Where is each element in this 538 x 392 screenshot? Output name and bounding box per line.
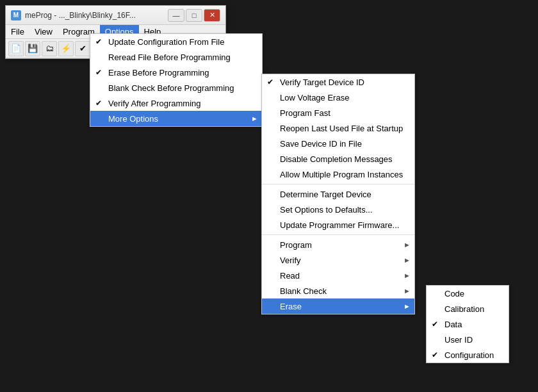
menu-item-verify-after[interactable]: ✔ Verify After Programming bbox=[90, 95, 262, 111]
title-controls: — □ ✕ bbox=[168, 9, 220, 22]
checkmark-data: ✔ bbox=[432, 320, 438, 329]
separator-2 bbox=[262, 234, 414, 235]
maximize-button[interactable]: □ bbox=[186, 9, 202, 22]
menu-item-configuration[interactable]: ✔ Configuration bbox=[427, 347, 509, 363]
menu-item-reread-file[interactable]: Reread File Before Programming bbox=[90, 49, 262, 65]
toolbar-program-button[interactable]: ⚡ bbox=[58, 41, 74, 56]
more-options-submenu: ✔ Verify Target Device ID Low Voltage Er… bbox=[261, 74, 415, 314]
toolbar-verify-button[interactable]: ✔ bbox=[75, 41, 90, 56]
menu-item-erase-sub[interactable]: Erase ► bbox=[262, 298, 414, 314]
toolbar-new-button[interactable]: 📄 bbox=[8, 41, 24, 56]
menu-item-user-id[interactable]: User ID bbox=[427, 332, 509, 347]
window-title: meProg - ..._Blinky\Blinky_16F... bbox=[25, 11, 136, 20]
menu-item-verify-sub[interactable]: Verify ► bbox=[262, 252, 414, 268]
menu-item-program-sub[interactable]: Program ► bbox=[262, 237, 414, 252]
title-bar: M meProg - ..._Blinky\Blinky_16F... — □ … bbox=[6, 6, 225, 25]
menu-item-disable-completion[interactable]: Disable Completion Messages bbox=[262, 151, 414, 167]
menu-view[interactable]: View bbox=[29, 25, 58, 38]
menu-item-determine-target[interactable]: Determine Target Device bbox=[262, 186, 414, 202]
submenu-arrow-blank-check: ► bbox=[403, 287, 411, 295]
menu-item-blank-check[interactable]: Blank Check Before Programming bbox=[90, 80, 262, 95]
menu-item-low-voltage[interactable]: Low Voltage Erase bbox=[262, 90, 414, 105]
checkmark-update-config: ✔ bbox=[95, 37, 102, 46]
app-icon: M bbox=[11, 10, 21, 20]
submenu-arrow-erase: ► bbox=[403, 302, 411, 310]
menu-item-update-firmware[interactable]: Update Programmer Firmware... bbox=[262, 217, 414, 233]
toolbar-open-button[interactable]: 🗂 bbox=[42, 41, 57, 56]
close-button[interactable]: ✕ bbox=[204, 9, 220, 22]
checkmark-verify-after: ✔ bbox=[95, 99, 102, 108]
menu-item-code[interactable]: Code bbox=[427, 286, 509, 301]
menu-item-allow-multiple[interactable]: Allow Multiple Program Instances bbox=[262, 167, 414, 182]
menu-item-update-config[interactable]: ✔ Update Configuration From File bbox=[90, 34, 262, 49]
menu-item-program-fast[interactable]: Program Fast bbox=[262, 105, 414, 120]
menu-item-save-device-id[interactable]: Save Device ID in File bbox=[262, 136, 414, 151]
checkmark-erase-before: ✔ bbox=[95, 68, 102, 77]
menu-item-data[interactable]: ✔ Data bbox=[427, 316, 509, 332]
minimize-button[interactable]: — bbox=[168, 9, 184, 22]
submenu-arrow-verify: ► bbox=[403, 256, 411, 264]
erase-submenu: Code Calibration ✔ Data User ID ✔ Config… bbox=[426, 285, 509, 363]
submenu-arrow-more-options: ► bbox=[251, 115, 258, 122]
menu-item-read-sub[interactable]: Read ► bbox=[262, 268, 414, 283]
menu-item-more-options[interactable]: More Options ► bbox=[90, 111, 262, 126]
menu-file[interactable]: File bbox=[6, 25, 29, 38]
menu-item-reopen-last[interactable]: Reopen Last Used File at Startup bbox=[262, 120, 414, 136]
submenu-arrow-program: ► bbox=[403, 241, 411, 249]
toolbar-save-button[interactable]: 💾 bbox=[25, 41, 40, 56]
checkmark-configuration: ✔ bbox=[432, 350, 438, 359]
options-dropdown: ✔ Update Configuration From File Reread … bbox=[90, 33, 263, 127]
checkmark-verify-target: ✔ bbox=[267, 78, 273, 86]
title-bar-left: M meProg - ..._Blinky\Blinky_16F... bbox=[11, 10, 136, 20]
separator-1 bbox=[262, 184, 414, 184]
submenu-arrow-read: ► bbox=[403, 272, 411, 279]
menu-item-calibration[interactable]: Calibration bbox=[427, 301, 509, 316]
menu-item-set-options[interactable]: Set Options to Defaults... bbox=[262, 202, 414, 217]
menu-item-verify-target[interactable]: ✔ Verify Target Device ID bbox=[262, 74, 414, 90]
menu-item-blank-check-sub[interactable]: Blank Check ► bbox=[262, 283, 414, 298]
menu-item-erase-before[interactable]: ✔ Erase Before Programming bbox=[90, 65, 262, 80]
